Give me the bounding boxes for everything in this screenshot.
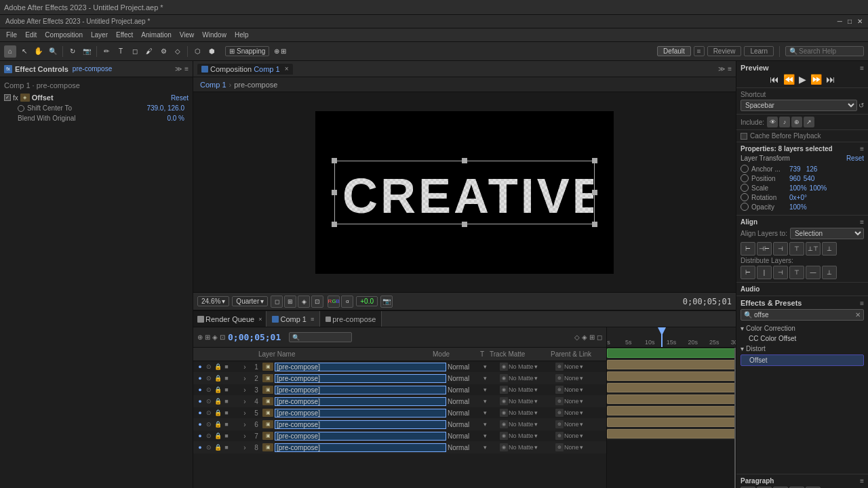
workspace-options[interactable]: ≡ [694,46,705,56]
eraser-tool[interactable]: ◇ [172,45,184,58]
align-to-select[interactable]: Selection [790,228,864,239]
rotation-icon[interactable] [741,193,749,201]
menu-view[interactable]: View [176,30,198,40]
menu-effect[interactable]: Effect [113,30,136,40]
camera-btn[interactable]: 📷 [380,296,393,308]
layer-eye-6[interactable]: ● [196,420,204,428]
maximize-btn[interactable]: □ [848,18,852,25]
layer-expand-7[interactable]: › [239,432,250,440]
layer-mode-arrow-7[interactable]: ▾ [484,432,490,439]
layer-parent-icon-7[interactable]: ⊕ [555,432,564,440]
effects-search-input[interactable] [754,311,853,319]
comp-panel-expand[interactable]: ≫ [718,65,725,73]
layer-name-3[interactable]: [pre-compose] [275,386,446,394]
layer-matte-icon-6[interactable]: ◉ [500,420,508,428]
position-x[interactable]: 960 [789,175,801,182]
rotate-tool[interactable]: ↻ [66,45,79,58]
minimize-btn[interactable]: ─ [837,18,842,25]
timeline-search-input[interactable] [301,333,349,341]
layer-solo-8[interactable]: ⊙ [205,443,213,451]
roto-tool[interactable]: ⬢ [205,45,218,58]
layer-matte-icon-4[interactable]: ◉ [500,397,508,405]
align-right-btn[interactable]: ⊣ [773,242,788,256]
layer-expand-6[interactable]: › [239,421,250,428]
opacity-icon[interactable] [741,203,749,211]
include-video-icon[interactable]: 👁 [767,117,778,127]
layer-color-7[interactable]: ■ [222,432,231,440]
layer-ctrl-1[interactable]: ⊕ [197,333,203,341]
layer-parent-arrow-2[interactable]: ▾ [580,375,583,382]
home-btn[interactable]: ⌂ [4,45,16,58]
align-top-btn[interactable]: ⊤ [789,242,804,256]
layer-expand-5[interactable]: › [239,409,250,417]
offset-reset-btn[interactable]: Reset [171,94,189,102]
layer-lock-3[interactable]: 🔒 [214,386,222,394]
layer-color-3[interactable]: ■ [222,386,231,394]
view-btn-2[interactable]: ⊞ [281,47,286,55]
align-center-v-btn[interactable]: ⊥⊤ [806,242,821,256]
offset-effect-item[interactable]: Offset [741,354,864,366]
layer-matte-arrow-5[interactable]: ▾ [534,409,538,416]
layer-name-8[interactable]: [pre-compose] [275,443,446,452]
track-bar-3[interactable] [607,371,736,381]
layer-eye-4[interactable]: ● [196,397,204,405]
dist-center-v-btn[interactable]: — [806,266,821,279]
layer-lock-5[interactable]: 🔒 [214,409,222,417]
quality-select[interactable]: Quarter ▾ [232,296,268,306]
layer-expand-3[interactable]: › [239,386,250,394]
layer-parent-icon-1[interactable]: ⊕ [555,363,564,371]
layer-mode-arrow-4[interactable]: ▾ [484,398,490,405]
layer-ctrl-2[interactable]: ⊞ [205,333,210,341]
layer-expand-8[interactable]: › [239,444,250,451]
menu-help[interactable]: Help [231,30,252,40]
shift-center-icon[interactable] [18,105,24,112]
effects-search-clear[interactable]: ✕ [855,311,861,319]
preview-menu[interactable]: ≡ [860,64,864,72]
distort-category[interactable]: ▾ Distort [741,344,864,354]
preview-back[interactable]: ⏪ [783,74,795,85]
align-bottom-btn[interactable]: ⊥ [822,242,837,256]
anchor-icon[interactable] [741,165,749,173]
track-bar-1[interactable] [607,348,736,358]
layer-lock-2[interactable]: 🔒 [214,374,222,382]
resolution-btn[interactable]: +0.0 [356,296,378,306]
breadcrumb-comp1[interactable]: Comp 1 [200,81,226,89]
render-queue-close[interactable]: × [258,316,262,323]
layer-name-4[interactable]: [pre-compose] [275,397,446,406]
dist-center-h-btn[interactable]: | [757,266,772,279]
layer-parent-arrow-5[interactable]: ▾ [580,409,583,416]
layer-solo-6[interactable]: ⊙ [205,420,213,428]
preview-play[interactable]: ▶ [799,74,806,85]
layer-parent-arrow-6[interactable]: ▾ [580,421,583,428]
layer-color-1[interactable]: ■ [222,363,231,371]
layer-matte-icon-5[interactable]: ◉ [500,409,508,417]
workspace-default[interactable]: Default [657,46,691,56]
position-icon[interactable] [741,174,749,182]
rotation-value[interactable]: 0x+0° [789,194,807,201]
layer-expand-2[interactable]: › [239,375,250,382]
layer-eye-5[interactable]: ● [196,409,204,417]
scale-y[interactable]: 100% [810,184,827,192]
scale-icon[interactable] [741,184,749,192]
layer-name-1[interactable]: [pre-compose] [275,363,446,371]
camera-tool[interactable]: 📷 [81,45,93,58]
layer-name-7[interactable]: [pre-compose] [275,432,446,441]
dist-left-btn[interactable]: ⊢ [741,266,755,279]
comp-panel-menu[interactable]: ≡ [728,65,732,73]
layer-matte-icon-2[interactable]: ◉ [500,374,508,382]
cache-checkbox[interactable] [741,133,747,140]
layer-solo-7[interactable]: ⊙ [205,432,213,440]
include-overlay-icon[interactable]: ⊕ [791,117,802,127]
blend-value[interactable]: 0.0 % [167,115,184,122]
track-bar-4[interactable] [607,383,736,392]
layer-mode-arrow-8[interactable]: ▾ [484,444,490,451]
layer-transform-reset[interactable]: Reset [846,155,864,162]
layer-color-6[interactable]: ■ [222,420,231,428]
layer-ctrl-4[interactable]: ⊡ [220,333,225,341]
shortcut-reset-icon[interactable]: ↺ [859,102,864,109]
layer-solo-3[interactable]: ⊙ [205,386,213,394]
layer-matte-icon-3[interactable]: ◉ [500,386,508,394]
layer-lock-7[interactable]: 🔒 [214,432,222,440]
layer-mode-arrow-2[interactable]: ▾ [484,375,490,382]
comp-panel-close[interactable]: × [285,65,289,73]
